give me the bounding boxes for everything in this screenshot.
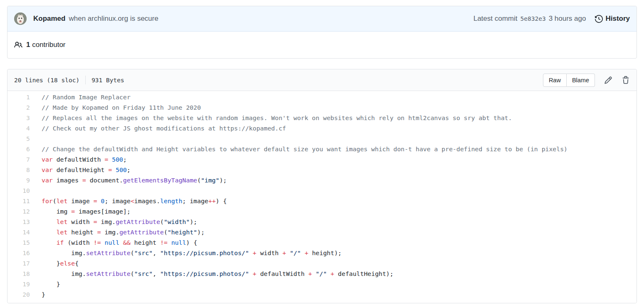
commit-meta: Latest commit 5e832e3 3 hours ago Histor… (474, 15, 630, 23)
history-clock-icon (595, 15, 603, 23)
line-number[interactable]: 20 (7, 289, 35, 300)
code-text: } (35, 289, 637, 300)
raw-button[interactable]: Raw (543, 74, 567, 87)
contributor-count: 1 (26, 41, 30, 49)
code-table: 1// Random Image Replacer2// Made by Kop… (7, 92, 637, 300)
blame-button[interactable]: Blame (567, 74, 595, 87)
delete-file-button[interactable] (622, 76, 630, 84)
line-number[interactable]: 15 (7, 237, 35, 248)
code-text: // Change the defaultWidth and Height va… (35, 144, 637, 154)
code-line: 7var defaultWidth = 500; (7, 154, 637, 165)
line-number[interactable]: 4 (7, 123, 35, 133)
code-text: } (35, 279, 637, 289)
line-number[interactable]: 19 (7, 279, 35, 289)
code-line: 15 if (width != null && height != null) … (7, 237, 637, 248)
file-lines-info: 20 lines (18 sloc) (14, 77, 79, 84)
code-line: 17 }else{ (7, 258, 637, 268)
code-text: let width = img.getAttribute("width"); (35, 216, 637, 227)
code-text: if (width != null && height != null) { (35, 237, 637, 248)
trash-icon (622, 76, 630, 84)
code-text: var defaultHeight = 500; (35, 165, 637, 175)
file-size-info: 931 Bytes (91, 77, 124, 84)
raw-blame-group: Raw Blame (543, 74, 595, 87)
code-text: // Random Image Replacer (35, 92, 637, 102)
line-number[interactable]: 1 (7, 92, 35, 102)
people-icon (14, 41, 22, 49)
code-line: 16 img.setAttribute("src", "https://pics… (7, 248, 637, 258)
code-text: img.setAttribute("src", "https://picsum.… (35, 268, 637, 279)
code-line: 20} (7, 289, 637, 300)
file-view-page: Kopamed when archlinux.org is secure Lat… (0, 0, 644, 305)
code-text: // Made by Kopamed on Friday 11th June 2… (35, 102, 637, 113)
file-actions: Raw Blame (543, 74, 630, 87)
contributor-label: contributor (32, 41, 65, 49)
line-number[interactable]: 12 (7, 206, 35, 216)
code-text (35, 185, 637, 196)
code-text: img = images[image]; (35, 206, 637, 216)
line-number[interactable]: 9 (7, 175, 35, 185)
code-line: 3// Replaces all the images on the websi… (7, 113, 637, 123)
line-number[interactable]: 17 (7, 258, 35, 268)
commit-time: 3 hours ago (549, 15, 586, 23)
history-button[interactable]: History (595, 15, 630, 23)
contributors-row: 1 contributor (7, 32, 637, 58)
commit-summary-box: Kopamed when archlinux.org is secure Lat… (7, 6, 637, 59)
pencil-icon (604, 76, 612, 84)
line-number[interactable]: 16 (7, 248, 35, 258)
line-number[interactable]: 13 (7, 216, 35, 227)
code-line: 4// Check out my other JS ghost modifica… (7, 123, 637, 133)
latest-commit-header: Kopamed when archlinux.org is secure Lat… (7, 6, 637, 32)
line-number[interactable]: 8 (7, 165, 35, 175)
commit-message[interactable]: when archlinux.org is secure (69, 15, 158, 23)
line-number[interactable]: 7 (7, 154, 35, 165)
code-line: 6// Change the defaultWidth and Height v… (7, 144, 637, 154)
line-number[interactable]: 10 (7, 185, 35, 196)
code-text: for(let image = 0; image<images.length; … (35, 196, 637, 206)
line-number[interactable]: 6 (7, 144, 35, 154)
commit-author-link[interactable]: Kopamed (33, 15, 65, 23)
code-text: var defaultWidth = 500; (35, 154, 637, 165)
history-label: History (605, 15, 630, 23)
code-line: 11for(let image = 0; image<images.length… (7, 196, 637, 206)
latest-commit-label: Latest commit (474, 15, 518, 23)
line-number[interactable]: 2 (7, 102, 35, 113)
file-content-box: 20 lines (18 sloc) 931 Bytes Raw Blame (7, 69, 637, 303)
code-line: 18 img.setAttribute("src", "https://pics… (7, 268, 637, 279)
file-info-divider (85, 76, 86, 84)
code-line: 10 (7, 185, 637, 196)
line-number[interactable]: 18 (7, 268, 35, 279)
line-number[interactable]: 14 (7, 227, 35, 237)
commit-hash[interactable]: 5e832e3 (521, 15, 546, 22)
edit-file-button[interactable] (604, 76, 612, 84)
code-text: // Check out my other JS ghost modificat… (35, 123, 637, 133)
code-line: 13 let width = img.getAttribute("width")… (7, 216, 637, 227)
code-line: 19 } (7, 279, 637, 289)
code-line: 9var images = document.getElementsByTagN… (7, 175, 637, 185)
file-info: 20 lines (18 sloc) 931 Bytes (14, 76, 124, 84)
file-header-bar: 20 lines (18 sloc) 931 Bytes Raw Blame (7, 69, 637, 91)
line-number[interactable]: 3 (7, 113, 35, 123)
code-text: // Replaces all the images on the websit… (35, 113, 637, 123)
code-line: 2// Made by Kopamed on Friday 11th June … (7, 102, 637, 113)
line-number[interactable]: 5 (7, 133, 35, 144)
author-avatar[interactable] (14, 12, 27, 25)
code-line: 8var defaultHeight = 500; (7, 165, 637, 175)
code-text: img.setAttribute("src", "https://picsum.… (35, 248, 637, 258)
code-text (35, 133, 637, 144)
code-blob: 1// Random Image Replacer2// Made by Kop… (7, 91, 637, 303)
dog-avatar-image (14, 12, 27, 25)
line-number[interactable]: 11 (7, 196, 35, 206)
code-text: let height = img.getAttribute("height"); (35, 227, 637, 237)
code-line: 14 let height = img.getAttribute("height… (7, 227, 637, 237)
code-line: 12 img = images[image]; (7, 206, 637, 216)
code-text: var images = document.getElementsByTagNa… (35, 175, 637, 185)
code-text: }else{ (35, 258, 637, 268)
code-line: 5 (7, 133, 637, 144)
code-line: 1// Random Image Replacer (7, 92, 637, 102)
